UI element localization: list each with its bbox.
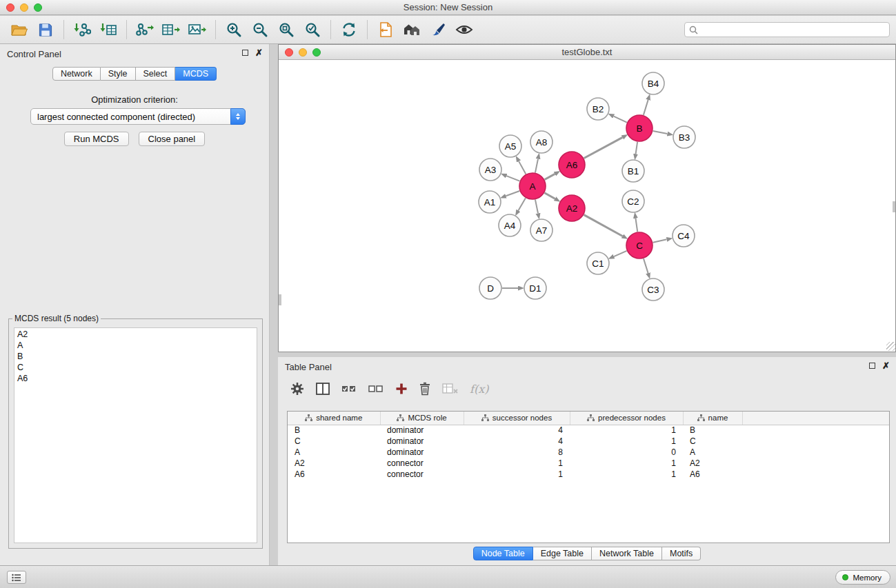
mcds-result-item[interactable]: A6	[17, 373, 254, 384]
graph-node-D1[interactable]: D1	[524, 277, 546, 299]
graph-edge-A-A4[interactable]	[519, 198, 526, 210]
graph-node-C1[interactable]: C1	[587, 252, 609, 274]
graph-edge-A6-B[interactable]	[584, 137, 623, 158]
show-columns-button[interactable]	[316, 383, 330, 395]
tab-mcds[interactable]: MCDS	[175, 67, 217, 81]
show-graphics-button[interactable]	[451, 18, 477, 41]
close-panel-button[interactable]: Close panel	[139, 132, 206, 146]
table-cell[interactable]: A6	[683, 469, 742, 480]
graph-edge-A-A3[interactable]	[506, 176, 519, 181]
export-network-button[interactable]	[132, 18, 158, 41]
mcds-result-item[interactable]: A2	[17, 329, 254, 340]
graph-node-B4[interactable]: B4	[642, 72, 664, 94]
zoom-out-button[interactable]	[247, 18, 273, 41]
float-table-panel-icon[interactable]	[869, 363, 875, 369]
column-header-shared-name[interactable]: shared name	[288, 412, 380, 425]
select-all-columns-button[interactable]	[341, 383, 357, 394]
graph-node-A5[interactable]: A5	[499, 135, 521, 157]
export-table-button[interactable]	[158, 18, 184, 41]
style-button[interactable]	[425, 18, 451, 41]
table-cell[interactable]: A	[288, 447, 380, 458]
close-window-button[interactable]	[6, 3, 14, 12]
zoom-in-button[interactable]	[221, 18, 247, 41]
table-settings-button[interactable]	[290, 382, 304, 396]
refresh-view-button[interactable]	[336, 18, 362, 41]
table-cell[interactable]: 1	[464, 469, 570, 480]
graph-edge-C-C4[interactable]	[653, 239, 667, 242]
open-file-button[interactable]	[372, 18, 399, 41]
run-mcds-button[interactable]: Run MCDS	[64, 132, 129, 146]
graph-node-A8[interactable]: A8	[530, 131, 552, 153]
graph-node-C4[interactable]: C4	[673, 225, 695, 247]
zoom-selected-button[interactable]	[299, 18, 326, 41]
table-cell[interactable]: 4	[464, 436, 570, 447]
graph-edge-A-A8[interactable]	[535, 159, 538, 172]
graph-node-C2[interactable]: C2	[622, 190, 644, 212]
graph-edge-B-B3[interactable]	[653, 131, 668, 134]
delete-column-button[interactable]	[419, 382, 430, 396]
graph-edge-A-A2[interactable]	[544, 193, 555, 199]
table-row[interactable]: Cdominator41C	[288, 436, 889, 447]
open-session-button[interactable]	[6, 18, 32, 41]
import-network-button[interactable]	[69, 18, 95, 41]
table-cell[interactable]: C	[683, 436, 742, 447]
table-cell[interactable]: 1	[570, 436, 683, 447]
deselect-all-columns-button[interactable]	[368, 383, 384, 394]
table-row[interactable]: Adominator80A	[288, 447, 889, 458]
tab-network[interactable]: Network	[52, 67, 101, 81]
tab-style[interactable]: Style	[101, 67, 136, 81]
save-session-button[interactable]	[32, 18, 59, 41]
create-column-button[interactable]	[395, 383, 408, 395]
table-cell[interactable]: dominator	[380, 447, 464, 458]
table-cell[interactable]: B	[288, 425, 380, 436]
zoom-window-button[interactable]	[34, 3, 42, 12]
graph-edge-C-C3[interactable]	[644, 258, 648, 273]
column-header-successor-nodes[interactable]: successor nodes	[464, 412, 570, 425]
table-cell[interactable]: 1	[570, 425, 683, 436]
column-header-predecessor-nodes[interactable]: predecessor nodes	[570, 412, 683, 425]
graph-edge-A2-C[interactable]	[584, 215, 623, 236]
graph-node-A4[interactable]: A4	[499, 214, 521, 236]
zoom-network-window-button[interactable]	[312, 48, 321, 57]
table-cell[interactable]: dominator	[380, 436, 464, 447]
table-cell[interactable]: dominator	[380, 425, 464, 436]
table-row[interactable]: A2connector11A2	[288, 458, 889, 469]
table-cell[interactable]: C	[288, 436, 380, 447]
graph-node-D[interactable]: D	[479, 277, 501, 299]
tab-select[interactable]: Select	[136, 67, 176, 81]
tab-edge-table[interactable]: Edge Table	[533, 547, 592, 560]
table-cell[interactable]: 8	[464, 447, 570, 458]
minimize-network-window-button[interactable]	[299, 48, 307, 57]
mcds-result-item[interactable]: B	[17, 351, 254, 362]
table-cell[interactable]: A6	[288, 469, 380, 480]
table-row[interactable]: A6connector11A6	[288, 469, 889, 480]
network-canvas[interactable]: B4B2BB3A5A8A6B1A3AC2A1A2A4A7C4CC1C3DD1	[279, 60, 895, 351]
export-image-button[interactable]	[184, 18, 210, 41]
graph-node-A2[interactable]: A2	[559, 195, 585, 221]
mcds-result-item[interactable]: C	[17, 362, 254, 373]
graph-node-A7[interactable]: A7	[530, 219, 552, 241]
graph-edge-A-A6[interactable]	[545, 174, 555, 179]
delete-table-button[interactable]	[442, 383, 458, 394]
column-header-name[interactable]: name	[683, 412, 742, 425]
close-table-panel-icon[interactable]: ✗	[882, 362, 890, 369]
graph-edge-B-B2[interactable]	[614, 116, 627, 123]
mcds-result-item[interactable]: A	[17, 340, 254, 351]
graph-node-A[interactable]: A	[519, 173, 546, 199]
tab-motifs[interactable]: Motifs	[662, 547, 701, 560]
close-panel-icon[interactable]: ✗	[255, 49, 263, 57]
float-panel-icon[interactable]	[242, 50, 248, 56]
graph-edge-A-A7[interactable]	[535, 200, 538, 214]
graph-node-B2[interactable]: B2	[587, 98, 609, 120]
close-network-window-button[interactable]	[285, 48, 293, 57]
show-panels-button[interactable]	[7, 571, 26, 584]
table-cell[interactable]: connector	[380, 458, 464, 469]
tab-node-table[interactable]: Node Table	[473, 547, 533, 560]
mcds-result-list[interactable]: A2ABCA6	[14, 327, 257, 543]
network-window-titlebar[interactable]: testGlobe.txt	[279, 45, 895, 60]
graph-node-A3[interactable]: A3	[479, 159, 501, 181]
import-table-button[interactable]	[95, 18, 121, 41]
function-builder-button[interactable]: f(x)	[470, 383, 488, 396]
resize-handle[interactable]	[886, 342, 895, 351]
table-row[interactable]: Bdominator41B	[288, 425, 889, 436]
